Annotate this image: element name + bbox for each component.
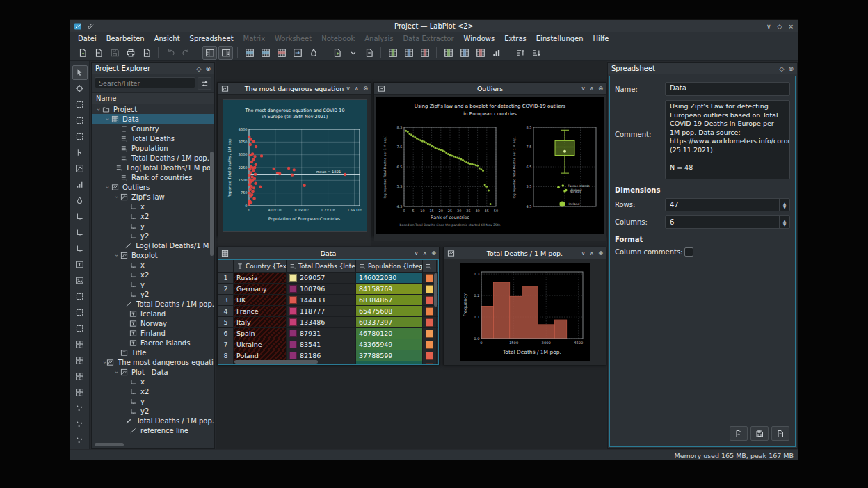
cell-color-tag[interactable]: [423, 306, 437, 316]
tree-item-plot-data[interactable]: ›Plot - Data: [92, 367, 214, 377]
tree-item-log-total-deaths-1-m-pop-[interactable]: ›Log(Total Deaths/1 M pop.): [92, 241, 214, 250]
tree-item-title[interactable]: ›Title: [92, 348, 214, 357]
subwindow-restore-icon[interactable]: ∧: [423, 250, 427, 257]
save-template-button[interactable]: [750, 426, 769, 441]
cell-country[interactable]: Germany: [234, 284, 287, 294]
layout-grid-3-button[interactable]: [72, 369, 88, 384]
float-dock-icon[interactable]: ◇: [780, 65, 785, 72]
tree-item-y2[interactable]: ›y2: [92, 406, 214, 416]
cursor-tool-button[interactable]: [72, 145, 88, 160]
cell-total-deaths[interactable]: 133486: [287, 317, 356, 327]
new-plot-button[interactable]: [72, 161, 88, 176]
row-number[interactable]: 6: [218, 328, 234, 339]
expander-icon[interactable]: ›: [102, 361, 108, 363]
new-dropdown-button[interactable]: [346, 46, 360, 60]
expander-icon[interactable]: ›: [104, 115, 111, 122]
toggle-properties-button[interactable]: [218, 46, 233, 60]
tree-item-total-deaths-1m-pop-[interactable]: ›Total Deaths / 1M pop.: [92, 416, 214, 425]
tree-item-population[interactable]: ›Population: [92, 143, 214, 153]
cell-country[interactable]: UK: [234, 295, 287, 305]
cell-color-tag[interactable]: [423, 339, 437, 350]
close-dock-icon[interactable]: ⊗: [205, 65, 211, 72]
expander-icon[interactable]: ›: [113, 193, 120, 200]
tree-item-the-most-dangerous-equation[interactable]: ›The most dangerous equation: [92, 357, 214, 367]
cell-total-deaths[interactable]: 100796: [287, 284, 356, 294]
tree-item-country[interactable]: ›Country: [92, 124, 214, 133]
column-header-2[interactable]: Total Deaths {Integer} [Y]: [287, 260, 356, 272]
spinbox-arrows-icon[interactable]: ▲▼: [779, 216, 789, 228]
zoom-out-button[interactable]: [72, 305, 88, 320]
zoom-select-button[interactable]: [72, 97, 88, 112]
zoom-fit-button[interactable]: [72, 321, 88, 336]
properties-titlebar[interactable]: Spreadsheet ◇ ⊗: [608, 63, 797, 74]
print-preview-button[interactable]: [139, 46, 154, 60]
cell-population[interactable]: 60337397: [356, 317, 423, 327]
column-header-3[interactable]: Population {Integer} [Y]: [356, 260, 423, 272]
cell-country[interactable]: France: [234, 306, 287, 316]
tree-item-total-deaths[interactable]: ›Total Deaths: [92, 133, 214, 143]
crosshair-mode-button[interactable]: [72, 81, 88, 96]
duplicate-button[interactable]: [362, 46, 376, 60]
rows-spinbox[interactable]: 47 ▲▼: [665, 198, 790, 211]
tree-item-x2[interactable]: ›x2: [92, 387, 214, 396]
cell-total-deaths[interactable]: 87931: [287, 328, 356, 339]
axis-tool-2-button[interactable]: [72, 225, 88, 240]
menu-ansicht[interactable]: Ansicht: [150, 33, 185, 44]
menu-hilfe[interactable]: Hilfe: [588, 33, 614, 44]
columns-spinbox[interactable]: 6 ▲▼: [665, 215, 790, 229]
tree-name-header[interactable]: Name: [92, 92, 214, 104]
cell-country[interactable]: Italy: [234, 317, 287, 327]
zoom-in-button[interactable]: [72, 289, 88, 304]
insert-row-below-button[interactable]: [258, 46, 273, 60]
insert-column-right-button[interactable]: [401, 46, 416, 60]
row-number[interactable]: 4: [218, 306, 234, 316]
data-titlebar[interactable]: Data ∨ ∧ ⊗: [218, 247, 439, 259]
tree-item-x[interactable]: ›x: [92, 260, 214, 270]
tree-item-norway[interactable]: ›Norway: [92, 318, 214, 328]
tree-vertical-scrollbar[interactable]: [210, 152, 214, 256]
cell-country[interactable]: Russia: [234, 273, 287, 283]
new-project-button[interactable]: [75, 46, 90, 60]
cell-color-tag[interactable]: [423, 361, 437, 365]
select-mode-button[interactable]: [72, 65, 88, 80]
zoom-x-select-button[interactable]: [72, 113, 88, 128]
subwindow-close-icon[interactable]: ⊗: [598, 85, 603, 92]
tree-item-boxplot[interactable]: ›Boxplot: [92, 250, 214, 260]
tree-item-x[interactable]: ›x: [92, 377, 214, 387]
tree-item-y2[interactable]: ›y2: [92, 289, 214, 299]
remove-rows-button[interactable]: [274, 46, 289, 60]
cell-population[interactable]: 37788599: [356, 350, 423, 361]
row-number[interactable]: 2: [218, 284, 234, 294]
zoom-y-select-button[interactable]: [72, 129, 88, 144]
axis-tool-3-button[interactable]: [72, 241, 88, 256]
cell-country[interactable]: Poland: [234, 350, 287, 361]
subwindow-minimize-icon[interactable]: ∨: [581, 250, 585, 257]
close-dock-icon[interactable]: ⊗: [788, 65, 794, 72]
row-number[interactable]: 9: [218, 361, 234, 365]
subwindow-close-icon[interactable]: ⊗: [431, 250, 436, 257]
menu-einstellungen[interactable]: Einstellungen: [531, 33, 588, 44]
axis-tool-1-button[interactable]: [72, 209, 88, 224]
insert-column-left-button[interactable]: [385, 46, 400, 60]
minimize-button[interactable]: ∨: [766, 23, 771, 30]
new-spreadsheet-button[interactable]: [330, 46, 344, 60]
print-button[interactable]: [123, 46, 138, 60]
cell-total-deaths[interactable]: 83541: [287, 339, 356, 350]
tree-item-reference-line[interactable]: ›reference line: [92, 425, 214, 435]
outliers-titlebar[interactable]: Outliers ∨ ∧ ⊗: [374, 83, 606, 95]
row-number[interactable]: 3: [218, 295, 234, 305]
filter-options-button[interactable]: [198, 77, 211, 90]
cell-total-deaths[interactable]: 144433: [287, 295, 356, 305]
cell-total-deaths[interactable]: 82186: [287, 350, 356, 361]
cell-total-deaths[interactable]: 118777: [287, 306, 356, 316]
cell-population[interactable]: 19058033: [356, 361, 423, 365]
add-column-left-button[interactable]: [441, 46, 456, 60]
cell-country[interactable]: Spain: [234, 328, 287, 339]
window-titlebar[interactable]: Project — LabPlot <2> ∨ ◇ ×: [70, 20, 798, 32]
menu-spreadsheet[interactable]: Spreadsheet: [185, 33, 239, 44]
subwindow-minimize-icon[interactable]: ∨: [581, 85, 585, 92]
float-dock-icon[interactable]: ◇: [197, 65, 202, 72]
align-dots-1-button[interactable]: [72, 401, 88, 416]
menu-bearbeiten[interactable]: Bearbeiten: [102, 33, 150, 44]
row-number[interactable]: 8: [218, 350, 234, 361]
